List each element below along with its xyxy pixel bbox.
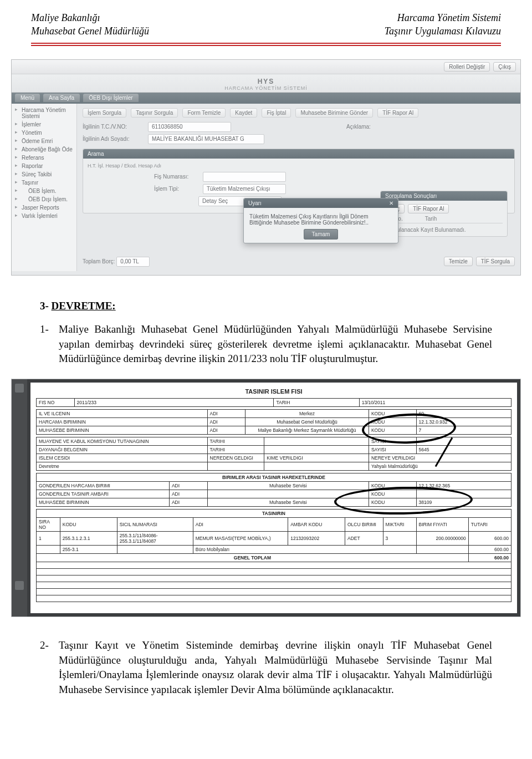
lbl-kime: KIME VERILDIGI [264, 454, 369, 462]
fis-iptal-button[interactable]: Fiş İptal [262, 108, 291, 118]
val-harcama-kodu: 12.1.32.0.932 [416, 417, 511, 426]
uyari-modal: Uyarı ✕ Tüketim Malzemesi Çıkış Kayıtlar… [243, 198, 398, 243]
lbl-gond-harcama: GONDERILEN HARCAMA BIRIMI [37, 481, 170, 490]
col-sira: SIRA NO [37, 517, 60, 531]
row2-adi: Büro Mobilyaları [193, 545, 416, 553]
row1-miktar: 3 [383, 531, 416, 545]
sidebar-item[interactable]: Raporlar [14, 162, 74, 170]
col-kodu: KODU [369, 417, 416, 426]
header-left-line2: Muhasebat Genel Müdürlüğü [31, 24, 149, 38]
row1-sira: 1 [37, 531, 60, 545]
sorgu-sonuc-panel: Sorgulama Sonuçları Seç TİF Rapor Al Fiş… [380, 191, 508, 237]
fisno-input[interactable] [203, 172, 286, 182]
section-devretme: 3- DEVRETME: 1- Maliye Bakanlığı Muhaseb… [40, 299, 492, 366]
heading-num: 3- [40, 300, 49, 312]
lbl-harcama: HARCAMA BIRIMININ [37, 417, 208, 426]
sidebar-item[interactable]: İşlemler [14, 120, 74, 129]
lbl-muayene: MUAYENE VE KABUL KOMISYONU TUTANAGININ [37, 437, 208, 445]
kaydet-button[interactable]: Kaydet [230, 108, 257, 118]
sidebar-item[interactable]: ÖEB Dışı İşlem. [14, 195, 74, 203]
oeb-tab[interactable]: ÖEB Dışı İşlemler [83, 94, 138, 102]
brand-title: HYS [12, 78, 520, 85]
val-il-kodu: 60 [416, 409, 511, 417]
row2-kodu: 255-3.1 [60, 545, 117, 553]
islem-tipi-select[interactable]: Tüketim Malzemesi Çıkışı [203, 184, 286, 194]
sidebar-item[interactable]: Aboneliğe Bağlı Öde [14, 145, 74, 154]
muhasebe-gonder-button[interactable]: Muhasebe Birimine Gönder [295, 108, 373, 118]
pdf-attachments-icon[interactable] [15, 581, 24, 590]
val-il-adi: Merkez [245, 409, 369, 417]
header-rule [31, 43, 501, 46]
temizle-button[interactable]: Temizle [444, 257, 473, 266]
sidebar-item[interactable]: Taşınır [14, 179, 74, 187]
menu-tab[interactable]: Menü [15, 94, 40, 102]
row1-fiyat: 200.00000000 [416, 531, 468, 545]
tc-input[interactable]: 6110368850 [148, 122, 231, 132]
row1-ambar: 12132093202 [288, 531, 345, 545]
label: Kaydet [235, 110, 252, 116]
tif-sorgula-button[interactable]: TİF Sorgula [476, 257, 515, 266]
sidebar-item[interactable]: ÖEB İşlem. [14, 187, 74, 195]
val-gond-harcama-kodu: 12.1.32.62.365 [416, 481, 511, 490]
header-right-line1: Harcama Yönetim Sistemi [385, 11, 501, 24]
sidebar-item[interactable]: Yönetim [14, 129, 74, 137]
arama-hd: Arama [83, 149, 514, 159]
col-tarihi: TARIHI [207, 445, 264, 454]
heading: DEVRETME: [52, 300, 116, 312]
lbl-muhbirim: MUHASEBE BIRIMININ [37, 498, 170, 506]
close-icon[interactable]: ✕ [389, 200, 393, 206]
sidebar-item[interactable]: Süreç Takibi [14, 170, 74, 179]
islem-sorgula-button[interactable]: İşlem Sorgula [83, 108, 126, 118]
col-adi: ADI [169, 481, 207, 490]
col-adi: ADI [207, 426, 245, 434]
val-nereye: Yahyalı Malmüdürlüğü [369, 462, 511, 470]
val-muh-kodu: 7 [416, 426, 511, 434]
tif-screenshot: TASINIR ISLEM FISI FIS NO 2011/233 TARIH… [11, 379, 521, 617]
col-miktari: MIKTARI [383, 517, 416, 531]
col-kodu: KODU [60, 517, 117, 531]
rapor-al-button[interactable]: TİF Rapor Al [408, 204, 449, 213]
tasinir-sorgula-button[interactable]: Taşınır Sorgula [131, 108, 178, 118]
adsoyad-input[interactable]: MALİYE BAKANLIĞI MUHASEBAT G [148, 134, 264, 144]
col-kodu: KODU [369, 498, 416, 506]
toplam-borc-value: 0,00 TL [116, 257, 150, 267]
genel-label: GENEL TOPLAM [37, 553, 469, 562]
label: Taşınır Sorgula [136, 110, 173, 116]
val-fisno: 2011/233 [74, 398, 274, 406]
change-role-button[interactable]: Rolleri Değiştir [444, 62, 490, 72]
tamam-button[interactable]: Tamam [304, 229, 339, 240]
col-adi: ADI [207, 417, 245, 426]
tif-rapor-al-button[interactable]: TİF Rapor Al [377, 108, 418, 118]
arama-cols: H.T. İşl. Hesap / Ekod. Hesap Adı [88, 163, 510, 169]
col-sicil: SICIL NUMARASI [117, 517, 193, 531]
exit-button[interactable]: Çıkış [493, 62, 516, 72]
tif-birimler-table: BIRIMLER ARASI TASINIR HAREKETLERINDE GO… [36, 473, 511, 507]
app-brand: HYS HARCAMA YÖNETİM SİSTEMİ [12, 74, 520, 93]
lbl-gond-ambar: GONDERILEN TASINIR AMBARI [37, 490, 170, 498]
sidebar-item[interactable]: Ödeme Emri [14, 137, 74, 145]
val-muh-adi: Maliye Bakanlığı Merkez Saymanlık Müdürl… [245, 426, 369, 434]
col-kodu: KODU [369, 409, 416, 417]
val-islemcesidi: Devretme [37, 462, 208, 470]
val-harcama-adi: Muhasebat Genel Müdürlüğü [245, 417, 369, 426]
item2-num: 2- [40, 638, 53, 697]
col-olcu: OLCU BIRIMI [345, 517, 383, 531]
col-adi: ADI [169, 498, 207, 506]
sidebar-item[interactable]: Varlık İşlemleri [14, 212, 74, 220]
lbl-islemcesidi: ISLEM CESIDI [37, 454, 208, 462]
home-tab[interactable]: Ana Sayfa [43, 94, 80, 102]
app-tabs: Menü Ana Sayfa ÖEB Dışı İşlemler [12, 93, 520, 104]
no-result: Sorgulanacak Kayıt Bulunamadı. [385, 227, 503, 233]
sidebar-item[interactable]: Referans [14, 154, 74, 162]
pdf-thumbnails-icon[interactable] [15, 384, 24, 393]
action-toolbar: İşlem Sorgula Taşınır Sorgula Form Temiz… [83, 108, 515, 118]
sidebar-item[interactable]: Jasper Reports [14, 203, 74, 212]
form-temizle-button[interactable]: Form Temizle [182, 108, 226, 118]
tif-items-table: TASINIRIN SIRA NO KODU SICIL NUMARASI AD… [36, 509, 511, 602]
sidebar-item[interactable]: Harcama Yönetim Sistemi [14, 106, 74, 120]
val-gond-ambar-kodu: 38109 [416, 498, 511, 506]
row1-kodu: 255.3.1.2.3.1 [60, 531, 117, 545]
main-panel: İşlem Sorgula Taşınır Sorgula Form Temiz… [77, 104, 520, 271]
app-topbar: Rolleri Değiştir Çıkış [12, 60, 520, 74]
fisno-label: Fiş Numarası: [154, 174, 198, 180]
